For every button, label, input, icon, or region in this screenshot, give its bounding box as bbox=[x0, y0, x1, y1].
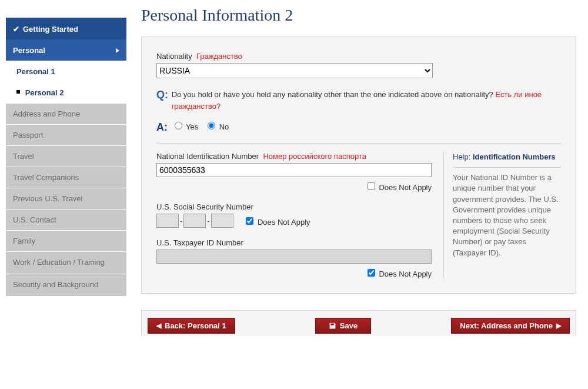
sidebar-nav: ✔ Getting Started Personal Personal 1 Pe… bbox=[0, 0, 129, 302]
nav-label: Personal bbox=[13, 46, 45, 55]
radio-yes-label[interactable]: Yes bbox=[172, 122, 201, 131]
nav-personal[interactable]: Personal bbox=[6, 40, 126, 61]
q-text: Do you hold or have you held any nationa… bbox=[172, 90, 493, 99]
ssn-part3 bbox=[211, 214, 233, 228]
radio-no[interactable] bbox=[208, 122, 215, 129]
ssn-dna-label[interactable]: Does Not Apply bbox=[243, 218, 310, 227]
nationality-select[interactable]: RUSSIA bbox=[156, 63, 433, 78]
nav-travel[interactable]: Travel bbox=[6, 146, 126, 167]
ssn-part2 bbox=[183, 214, 206, 228]
nav-work-education[interactable]: Work / Education / Training bbox=[6, 252, 126, 274]
arrow-right-icon: ▶ bbox=[556, 322, 561, 330]
a-prefix: A: bbox=[156, 121, 169, 134]
nin-dna-checkbox[interactable] bbox=[368, 182, 375, 190]
nav-travel-companions[interactable]: Travel Companions bbox=[6, 167, 126, 188]
save-icon bbox=[329, 322, 336, 330]
nav-getting-started[interactable]: ✔ Getting Started bbox=[6, 18, 126, 40]
nav-previous-us-travel[interactable]: Previous U.S. Travel bbox=[6, 188, 126, 210]
nav-family[interactable]: Family bbox=[6, 231, 126, 252]
nav-label: Getting Started bbox=[23, 25, 78, 34]
q-prefix: Q: bbox=[156, 89, 169, 101]
ssn-part1 bbox=[156, 214, 179, 228]
divider bbox=[156, 143, 561, 144]
nin-group: National Identification Number Номер рос… bbox=[156, 152, 432, 192]
other-nationality-question: Q: Do you hold or have you held any nati… bbox=[156, 89, 561, 134]
back-button[interactable]: ◀ Back: Personal 1 bbox=[148, 318, 235, 334]
form-panel: Nationality Гражданство RUSSIA Q: Do you… bbox=[141, 36, 576, 294]
tax-dna-label[interactable]: Does Not Apply bbox=[365, 270, 432, 278]
arrow-left-icon: ◀ bbox=[156, 322, 161, 330]
radio-no-label[interactable]: No bbox=[205, 122, 229, 131]
nav-buttons: ◀ Back: Personal 1 Save Next: Address an… bbox=[141, 310, 576, 336]
nin-dna-label[interactable]: Does Not Apply bbox=[365, 183, 432, 192]
nationality-annotation: Гражданство bbox=[196, 52, 242, 61]
tax-group: U.S. Taxpayer ID Number Does Not Apply bbox=[156, 238, 432, 278]
nav-personal-2[interactable]: Personal 2 bbox=[6, 82, 126, 104]
page-title: Personal Information 2 bbox=[141, 6, 576, 25]
tax-input bbox=[156, 250, 432, 264]
help-body: Your National ID Number is a unique numb… bbox=[453, 172, 561, 258]
ssn-dna-checkbox[interactable] bbox=[246, 217, 253, 225]
help-box: Help: Identification Numbers Your Nation… bbox=[443, 152, 561, 278]
tax-label: U.S. Taxpayer ID Number bbox=[156, 238, 243, 247]
nin-label: National Identification Number bbox=[156, 152, 259, 161]
chevron-right-icon bbox=[116, 48, 119, 53]
check-icon: ✔ bbox=[13, 25, 19, 34]
save-button[interactable]: Save bbox=[315, 318, 371, 334]
nin-input[interactable] bbox=[156, 163, 432, 177]
tax-dna-checkbox[interactable] bbox=[368, 269, 375, 277]
nationality-group: Nationality Гражданство RUSSIA bbox=[156, 52, 561, 78]
nav-passport[interactable]: Passport bbox=[6, 125, 126, 146]
nin-annotation: Номер российского паспорта bbox=[263, 152, 366, 161]
nav-security-background[interactable]: Security and Background bbox=[6, 274, 126, 297]
help-prefix: Help: bbox=[453, 152, 470, 161]
ssn-label: U.S. Social Security Number bbox=[156, 202, 253, 211]
nav-address-phone[interactable]: Address and Phone bbox=[6, 104, 126, 125]
radio-yes[interactable] bbox=[175, 122, 182, 129]
help-title: Identification Numbers bbox=[473, 152, 556, 161]
nav-us-contact[interactable]: U.S. Contact bbox=[6, 210, 126, 231]
nationality-label: Nationality bbox=[156, 52, 192, 61]
next-button[interactable]: Next: Address and Phone ▶ bbox=[451, 318, 570, 334]
nav-personal-1[interactable]: Personal 1 bbox=[6, 61, 126, 82]
ssn-group: U.S. Social Security Number -- Does Not … bbox=[156, 202, 432, 228]
